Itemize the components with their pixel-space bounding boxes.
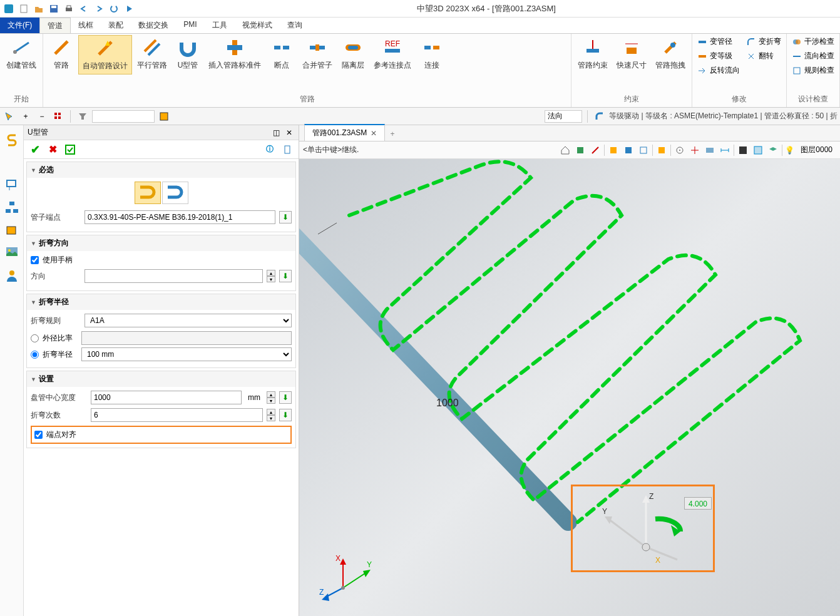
bend-radius-radio[interactable] — [31, 351, 39, 359]
open-icon[interactable] — [33, 3, 45, 15]
parallel-pipeline-button[interactable]: 平行管路 — [133, 35, 171, 73]
u-pipe-button[interactable]: U型管 — [172, 35, 203, 73]
filter-icon[interactable] — [76, 110, 90, 123]
flip-button[interactable]: 翻转 — [744, 49, 784, 63]
side-tab-image[interactable] — [3, 244, 21, 262]
change-grade-button[interactable]: 变等级 — [695, 49, 742, 63]
print-icon[interactable] — [63, 3, 75, 15]
section-bend-direction-header[interactable]: 折弯方向 — [27, 235, 295, 251]
pipe-end-pick-button[interactable]: ⬇ — [279, 211, 292, 223]
create-pipeline-button[interactable]: 创建管线 — [3, 35, 40, 73]
side-tab-box[interactable] — [3, 222, 21, 239]
vp-cube1-icon[interactable] — [607, 144, 620, 157]
vp-target-icon[interactable] — [674, 144, 686, 157]
menu-visual-style[interactable]: 视觉样式 — [235, 18, 280, 33]
vp-layer-icon[interactable] — [767, 144, 779, 157]
apply-button[interactable] — [63, 142, 78, 157]
flow-check-button[interactable]: 流向检查 — [789, 49, 837, 63]
vp-rect-icon[interactable] — [704, 144, 716, 157]
pipeline-button[interactable]: 管路 — [46, 35, 77, 73]
change-bend-button[interactable]: 变折弯 — [744, 35, 784, 48]
bend-rule-select[interactable]: A1A — [85, 314, 292, 327]
vp-crosshair-icon[interactable] — [689, 144, 701, 157]
document-tab[interactable]: 管路001.Z3ASM ✕ — [304, 124, 385, 141]
bend-count-pick[interactable]: ⬇ — [279, 409, 292, 421]
panel-restore-icon[interactable]: ◫ — [270, 128, 282, 137]
direction-pick-button[interactable]: ⬇ — [279, 270, 292, 282]
cancel-button[interactable]: ✖ — [45, 142, 60, 157]
vp-home-icon[interactable] — [559, 144, 571, 157]
reverse-flow-button[interactable]: 反转流向 — [695, 64, 742, 77]
app-icon[interactable] — [3, 3, 15, 15]
vp-cube2-icon[interactable] — [622, 144, 635, 157]
menu-pmi[interactable]: PMI — [176, 18, 204, 33]
auto-pipeline-button[interactable]: 自动管路设计 — [78, 35, 132, 74]
u-shape-option-1[interactable] — [135, 182, 161, 204]
direction-up[interactable]: ▲ — [267, 270, 275, 276]
doc-tab-close-icon[interactable]: ✕ — [371, 129, 377, 138]
pipe-end-input[interactable] — [85, 210, 275, 224]
ok-button[interactable]: ✔ — [28, 142, 43, 157]
pipe-constraint-button[interactable]: 管路约束 — [574, 35, 612, 73]
interference-check-button[interactable]: 干涉检查 — [789, 35, 837, 48]
settings-button[interactable] — [280, 142, 295, 157]
filter-dropdown[interactable] — [92, 110, 155, 123]
minus-icon[interactable]: − — [35, 110, 49, 123]
section-required-header[interactable]: 必选 — [27, 162, 295, 178]
play-icon[interactable] — [123, 3, 135, 15]
direction-down[interactable]: ▼ — [267, 276, 275, 282]
change-diameter-button[interactable]: 变管径 — [695, 35, 742, 48]
side-tab-user[interactable] — [3, 267, 21, 284]
info-button[interactable]: ⓘ — [262, 142, 277, 157]
isolation-button[interactable]: 隔离层 — [337, 35, 369, 73]
vp-bg-icon[interactable] — [752, 144, 764, 157]
box-icon[interactable] — [157, 110, 171, 123]
vp-wireframe-icon[interactable] — [637, 144, 650, 157]
grid-icon[interactable] — [51, 110, 65, 123]
vp-pencil-icon[interactable] — [589, 144, 602, 157]
save-icon[interactable] — [48, 3, 60, 15]
bend-count-down[interactable]: ▼ — [267, 415, 275, 421]
vp-book-icon[interactable] — [574, 144, 586, 157]
rule-check-button[interactable]: 规则检查 — [789, 64, 837, 77]
redo-icon[interactable] — [93, 3, 105, 15]
menu-query[interactable]: 查询 — [280, 18, 310, 33]
direction-input[interactable] — [85, 269, 263, 283]
insert-standard-button[interactable]: 插入管路标准件 — [205, 35, 265, 73]
pipe-drag-button[interactable]: 管路拖拽 — [652, 35, 689, 73]
undo-icon[interactable] — [78, 3, 90, 15]
od-ratio-radio[interactable] — [31, 334, 39, 342]
ref-connect-button[interactable]: REF参考连接点 — [370, 35, 415, 73]
menu-wireframe[interactable]: 线框 — [71, 18, 101, 33]
use-handle-checkbox[interactable] — [31, 256, 39, 264]
direction-dropdown[interactable]: 法向 — [545, 110, 582, 123]
viewport-canvas[interactable]: 1000 Z Y X 4.000 — [299, 159, 840, 616]
side-tab-tree[interactable] — [3, 177, 21, 194]
vp-measure-icon[interactable] — [719, 144, 731, 157]
endpoint-align-checkbox[interactable] — [34, 431, 43, 439]
u-shape-option-2[interactable] — [162, 182, 188, 204]
menu-file[interactable]: 文件(F) — [0, 18, 39, 33]
coil-width-up[interactable]: ▲ — [267, 391, 275, 398]
side-tab-hierarchy[interactable] — [3, 199, 21, 217]
section-settings-header[interactable]: 设置 — [27, 371, 295, 387]
bend-count-up[interactable]: ▲ — [267, 409, 275, 415]
break-button[interactable]: 断点 — [266, 35, 297, 73]
coil-width-input[interactable] — [91, 391, 242, 404]
select-icon[interactable] — [3, 110, 16, 123]
menu-pipe[interactable]: 管道 — [39, 18, 71, 33]
plus-icon[interactable]: + — [19, 110, 33, 123]
vp-cube3-icon[interactable] — [655, 144, 668, 157]
vp-color-icon[interactable] — [737, 144, 749, 157]
quick-dim-button[interactable]: 快速尺寸 — [613, 35, 650, 73]
section-bend-radius-header[interactable]: 折弯半径 — [27, 294, 295, 310]
menu-tools[interactable]: 工具 — [205, 18, 235, 33]
refresh-icon[interactable] — [108, 3, 120, 15]
bend-count-input[interactable] — [91, 408, 263, 422]
coil-width-pick[interactable]: ⬇ — [279, 391, 292, 404]
bend-radius-select[interactable]: 100 mm — [81, 347, 292, 361]
menu-data-exchange[interactable]: 数据交换 — [131, 18, 176, 33]
panel-close-icon[interactable]: ✕ — [284, 128, 295, 137]
merge-button[interactable]: 合并管子 — [299, 35, 336, 73]
connect-button[interactable]: 连接 — [416, 35, 448, 73]
